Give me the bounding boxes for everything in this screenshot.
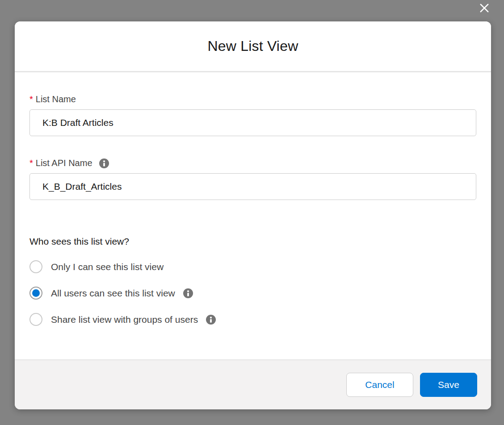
radio-button[interactable] <box>29 287 42 300</box>
radio-option-label: All users can see this list view <box>51 288 175 299</box>
info-icon[interactable] <box>99 158 109 168</box>
cancel-button[interactable]: Cancel <box>346 373 413 397</box>
dialog-footer: Cancel Save <box>15 359 491 409</box>
list-name-label-text: List Name <box>36 94 76 104</box>
dialog-body: * List Name * List API Name Who sees thi… <box>15 72 491 359</box>
radio-option-only-i-can-see[interactable]: Only I can see this list view <box>29 260 476 273</box>
radio-dot <box>32 289 40 297</box>
list-api-name-label-text: List API Name <box>36 158 92 168</box>
list-name-label: * List Name <box>29 94 476 104</box>
list-name-input[interactable] <box>29 109 476 136</box>
radio-option-label: Share list view with groups of users <box>51 314 198 325</box>
dialog-title: New List View <box>208 38 298 54</box>
close-icon <box>479 2 490 14</box>
close-button[interactable] <box>478 1 491 15</box>
list-api-name-label: * List API Name <box>29 158 476 168</box>
dialog-header: New List View <box>15 21 491 72</box>
required-asterisk: * <box>29 158 33 168</box>
radio-button[interactable] <box>29 313 42 326</box>
radio-option-share-with-groups[interactable]: Share list view with groups of users <box>29 313 476 326</box>
radio-option-all-users-can-see[interactable]: All users can see this list view <box>29 287 476 300</box>
visibility-question: Who sees this list view? <box>29 236 476 247</box>
info-icon[interactable] <box>206 315 216 325</box>
list-api-name-input[interactable] <box>29 173 476 200</box>
required-asterisk: * <box>29 94 33 104</box>
info-icon[interactable] <box>183 288 193 298</box>
new-list-view-dialog: New List View * List Name * List API Nam… <box>15 21 491 409</box>
radio-button[interactable] <box>29 260 42 273</box>
radio-option-label: Only I can see this list view <box>51 262 164 272</box>
save-button[interactable]: Save <box>420 373 477 397</box>
